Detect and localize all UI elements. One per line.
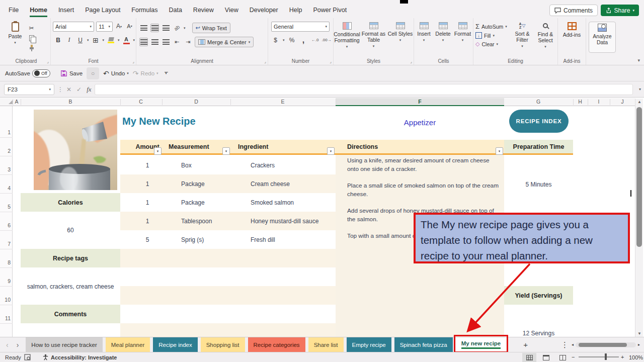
ingredient-row[interactable]: 1PackageCream cheese [120,174,336,193]
italic-button[interactable]: I [65,36,73,44]
analyze-data-button[interactable]: Analyze Data [589,22,616,53]
merge-center-button[interactable]: Merge & Center ▾ [195,37,254,47]
select-all-corner[interactable] [9,100,13,104]
measurement-filter-button[interactable]: ▾ [222,147,230,155]
sheet-tab-how-to-use[interactable]: How to use recipe tracker [26,337,102,352]
increase-decimal-button[interactable]: ←.0 [311,36,319,44]
directions-filter-button[interactable]: ▾ [496,147,503,155]
decrease-indent-button[interactable]: ⇤ [173,38,181,46]
cut-button[interactable]: ✂ [27,24,36,32]
customize-qat-button[interactable]: ▾ [165,72,168,74]
format-as-table-button[interactable]: Format as Table▾ [360,21,387,57]
horizontal-scrollbar[interactable]: ◂ ▸ [572,341,640,348]
align-bottom-button[interactable] [162,24,170,32]
fill-color-button[interactable] [107,36,115,44]
share-button[interactable]: Share ▾ [601,5,639,16]
zoom-in-button[interactable]: + [621,354,624,360]
sheet-tab-share-list[interactable]: Share list [308,337,344,352]
expand-formula-bar-chevron[interactable]: ▾ [639,87,641,92]
comma-style-button[interactable]: , [299,36,308,44]
clear-button[interactable]: ◇Clear▾ [475,41,511,47]
page-layout-view-button[interactable] [539,353,553,362]
scroll-down-arrow[interactable]: ▼ [637,331,641,336]
font-dialog-launcher[interactable]: ⌟ [132,59,134,64]
format-cells-button[interactable]: Format▾ [453,21,473,57]
scroll-left-arrow[interactable]: ◂ [572,342,574,347]
comments-button[interactable]: Comments [549,5,598,16]
styles-dialog-launcher[interactable]: ⌟ [410,59,412,64]
borders-button[interactable]: ⊞ [92,36,100,44]
ingredient-row[interactable]: 1BoxCrackers [120,156,336,174]
ingredient-filter-button[interactable]: ▾ [327,147,335,155]
vertical-scrollbar[interactable]: ▲ ▼ [635,99,643,337]
autosum-button[interactable]: ΣAutoSum▾ [475,23,511,30]
redo-button[interactable]: ↷ Redo▾ [133,69,158,77]
sheet-tab-meal-planner[interactable]: Meal planner [106,337,150,352]
insert-cells-button[interactable]: Insert▾ [415,21,434,57]
amount-filter-button[interactable]: ▾ [154,147,162,155]
menu-tab-home[interactable]: Home [24,5,53,15]
ingredient-row[interactable]: 1PackageSmoked salmon [120,193,336,212]
new-sheet-button[interactable]: + [518,337,533,352]
find-select-button[interactable]: Find & Select▾ [534,21,557,57]
number-format-select[interactable]: General▾ [271,22,330,32]
cell-styles-button[interactable]: Cell Styles▾ [387,21,414,57]
font-name-select[interactable]: Arial▾ [53,22,94,32]
sort-filter-button[interactable]: AZ▽ Sort & Filter▾ [511,21,534,57]
enter-entry-button[interactable]: ✓ [76,86,82,93]
horizontal-scrollbar-thumb[interactable] [579,343,627,347]
sheet-tab-recipe-categories[interactable]: Recipe categories [248,337,305,352]
sheet-tab-my-new-recipe[interactable]: My new recipe [456,337,507,352]
tab-list-kebab[interactable]: ⋮ [556,337,574,352]
menu-tab-developer[interactable]: Developer [244,5,284,15]
decrease-decimal-button[interactable]: .00→ [323,36,331,44]
bold-button[interactable]: B [54,36,62,44]
autosave-switch[interactable]: Off [32,69,50,77]
insert-function-button[interactable]: fx [87,85,91,94]
increase-indent-button[interactable]: ⇥ [184,38,192,46]
column-header-f-selected[interactable]: F [336,98,504,106]
align-center-button[interactable] [150,38,159,46]
scroll-up-arrow[interactable]: ▲ [637,100,641,104]
align-left-button[interactable] [139,38,148,46]
accessibility-status[interactable]: Accessibility: Investigate [51,354,117,360]
clipboard-dialog-launcher[interactable]: ⌟ [47,59,49,64]
cancel-entry-button[interactable]: ✕ [66,86,71,93]
menu-tab-formulas[interactable]: Formulas [126,5,163,15]
menu-tab-help[interactable]: Help [284,5,308,15]
prev-sheet-arrow[interactable]: ‹ [6,341,9,349]
fill-button[interactable]: ↓Fill▾ [475,32,511,39]
ingredient-row[interactable]: 5Sprig (s)Fresh dill [120,230,336,249]
sheet-tab-shopping-list[interactable]: Shopping list [201,337,245,352]
align-middle-button[interactable] [150,24,159,32]
zoom-out-button[interactable]: − [572,354,575,360]
normal-view-button[interactable] [522,353,536,362]
next-sheet-arrow[interactable]: › [17,341,19,349]
collapse-ribbon-chevron[interactable]: ▾ [637,58,640,63]
menu-tab-file[interactable]: File [3,5,24,15]
menu-tab-page-layout[interactable]: Page Layout [79,5,126,15]
formula-input[interactable] [95,84,633,95]
grow-font-button[interactable]: A▴ [115,22,123,30]
accounting-format-button[interactable]: $ [271,36,280,44]
alignment-dialog-launcher[interactable]: ⌟ [264,59,266,64]
font-color-button[interactable]: A [122,36,131,44]
page-break-view-button[interactable] [555,353,570,362]
format-painter-button[interactable] [27,44,36,52]
sheet-tab-spinach-feta-pizza[interactable]: Spinach feta pizza [394,337,453,352]
vertical-scrollbar-thumb[interactable] [636,107,642,247]
menu-tab-data[interactable]: Data [163,5,187,15]
paste-button[interactable]: Paste▾ [5,21,25,57]
draw-select-button[interactable]: ○ [87,67,99,79]
column-headers[interactable]: F A B C D E G H I J [0,98,635,106]
conditional-formatting-button[interactable]: Conditional Formatting▾ [334,21,360,57]
orientation-button[interactable]: ab [171,22,183,34]
macro-record-icon[interactable] [24,354,31,361]
recipe-index-button[interactable]: RECIPE INDEX [509,110,569,133]
menu-tab-power-pivot[interactable]: Power Pivot [307,5,352,15]
percent-style-button[interactable]: % [288,36,296,44]
scroll-right-arrow[interactable]: ▸ [638,342,640,347]
number-dialog-launcher[interactable]: ⌟ [330,59,332,64]
sheet-tab-recipe-index[interactable]: Recipe index [153,337,197,352]
copy-button[interactable] [27,34,36,42]
